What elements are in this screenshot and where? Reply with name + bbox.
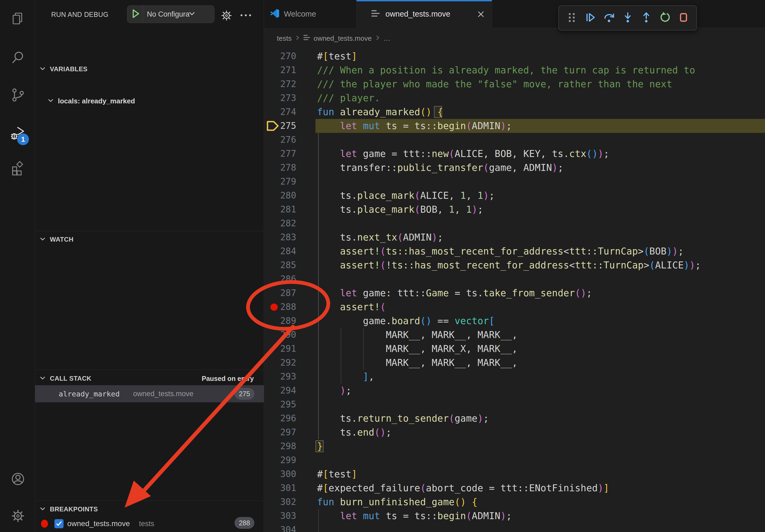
breakpoint-row[interactable]: owned_tests.move tests 288: [35, 516, 264, 531]
line-number[interactable]: 296: [264, 411, 296, 425]
code-line[interactable]: 287 let game: ttt::Game = ts.take_from_s…: [264, 286, 765, 300]
continue-button[interactable]: [583, 11, 597, 25]
line-number[interactable]: 282: [264, 216, 296, 230]
code-line[interactable]: 270#[test]: [264, 49, 765, 63]
step-out-button[interactable]: [639, 11, 653, 25]
line-number[interactable]: 301: [264, 481, 296, 495]
code-line[interactable]: 296 ts.return_to_sender(game);: [264, 411, 765, 425]
code-line[interactable]: 303 let mut ts = ts::begin(ADMIN);: [264, 509, 765, 523]
settings-button[interactable]: [10, 508, 25, 523]
line-number[interactable]: 286: [264, 272, 296, 286]
line-number[interactable]: 291: [264, 342, 296, 356]
tab-welcome[interactable]: Welcome: [264, 0, 357, 28]
section-header-watch[interactable]: WATCH: [35, 232, 264, 246]
line-number[interactable]: 287: [264, 286, 296, 300]
breakpoint-icon[interactable]: [271, 304, 278, 311]
breakpoint-checkbox[interactable]: [54, 519, 64, 528]
line-number[interactable]: 302: [264, 495, 296, 509]
line-number[interactable]: 272: [264, 77, 296, 91]
code-line[interactable]: 278 transfer::public_transfer(game, ADMI…: [264, 161, 765, 175]
line-number[interactable]: 271: [264, 63, 296, 77]
code-line[interactable]: 295: [264, 398, 765, 411]
variables-scope-row[interactable]: locals: already_marked: [35, 94, 264, 108]
section-header-breakpoints[interactable]: BREAKPOINTS: [35, 502, 264, 516]
step-over-button[interactable]: [602, 11, 616, 25]
line-number[interactable]: 300: [264, 467, 296, 481]
code-line[interactable]: 293 ],: [264, 370, 765, 384]
code-line[interactable]: 299: [264, 453, 765, 467]
code-line[interactable]: 291 MARK__, MARK_X, MARK__,: [264, 342, 765, 356]
breadcrumb-item[interactable]: …: [383, 34, 390, 43]
code-line[interactable]: 297 ts.end();: [264, 425, 765, 439]
code-line[interactable]: 294 );: [264, 384, 765, 398]
step-into-button[interactable]: [621, 11, 635, 25]
code-line[interactable]: 283 ts.next_tx(ADMIN);: [264, 230, 765, 244]
line-number[interactable]: 299: [264, 453, 296, 467]
breadcrumb-item[interactable]: tests: [277, 34, 292, 43]
code-line[interactable]: 279: [264, 175, 765, 188]
line-number[interactable]: 283: [264, 230, 296, 244]
section-header-call-stack[interactable]: CALL STACK Paused on entry: [35, 372, 264, 386]
code-line[interactable]: 289 game.board() == vector[: [264, 314, 765, 328]
line-number[interactable]: 298: [264, 439, 296, 453]
line-number[interactable]: 280: [264, 188, 296, 202]
line-number[interactable]: 285: [264, 258, 296, 272]
code-line[interactable]: 300#[test]: [264, 467, 765, 481]
code-line[interactable]: 284 assert!(ts::has_most_recent_for_addr…: [264, 244, 765, 258]
sidebar-item-extensions[interactable]: [10, 161, 25, 176]
line-number[interactable]: 289: [264, 314, 296, 328]
line-number[interactable]: 284: [264, 244, 296, 258]
code-editor[interactable]: 270#[test]271/// When a position is alre…: [264, 49, 765, 532]
line-number[interactable]: 304: [264, 523, 296, 532]
line-number[interactable]: 281: [264, 202, 296, 216]
restart-button[interactable]: [658, 11, 672, 25]
line-number[interactable]: 276: [264, 133, 296, 147]
line-number[interactable]: 295: [264, 398, 296, 411]
line-number[interactable]: 297: [264, 425, 296, 439]
toolbar-drag-handle[interactable]: [565, 11, 579, 25]
line-number[interactable]: 292: [264, 356, 296, 370]
code-line[interactable]: 285 assert!(!ts::has_most_recent_for_add…: [264, 258, 765, 272]
code-line[interactable]: 304: [264, 523, 765, 532]
line-number[interactable]: 273: [264, 91, 296, 105]
more-actions-icon[interactable]: [239, 13, 253, 19]
call-stack-frame-row[interactable]: already_marked owned_tests.move 275: [35, 385, 264, 402]
close-icon[interactable]: [477, 10, 485, 19]
line-number[interactable]: 279: [264, 175, 296, 188]
code-line[interactable]: 273/// player.: [264, 91, 765, 105]
code-line[interactable]: 282: [264, 216, 765, 230]
code-line[interactable]: 275 let mut ts = ts::begin(ADMIN);: [264, 119, 765, 133]
account-button[interactable]: [10, 471, 25, 486]
stop-button[interactable]: [677, 11, 690, 25]
sidebar-item-source-control[interactable]: [10, 88, 25, 103]
line-number[interactable]: 278: [264, 161, 296, 175]
breadcrumb-item[interactable]: owned_tests.move: [314, 34, 372, 43]
code-line[interactable]: 274fun already_marked() {: [264, 105, 765, 119]
code-line[interactable]: 280 ts.place_mark(ALICE, 1, 1);: [264, 188, 765, 202]
section-header-variables[interactable]: VARIABLES: [35, 62, 264, 76]
line-number[interactable]: 290: [264, 328, 296, 342]
line-number[interactable]: 288: [264, 300, 296, 314]
line-number[interactable]: 274: [264, 105, 296, 119]
code-line[interactable]: 277 let game = ttt::new(ALICE, BOB, KEY,…: [264, 147, 765, 161]
tab-owned-tests-move[interactable]: owned_tests.move: [357, 0, 492, 28]
sidebar-item-explorer[interactable]: [10, 11, 25, 26]
line-number[interactable]: 294: [264, 384, 296, 398]
code-line[interactable]: 288 assert!(: [264, 300, 765, 314]
code-line[interactable]: 301#[expected_failure(abort_code = ttt::…: [264, 481, 765, 495]
line-number[interactable]: 270: [264, 49, 296, 63]
code-line[interactable]: 290 MARK__, MARK__, MARK__,: [264, 328, 765, 342]
line-number[interactable]: 277: [264, 147, 296, 161]
code-line[interactable]: 276: [264, 133, 765, 147]
code-line[interactable]: 272/// the player who made the "false" m…: [264, 77, 765, 91]
debug-settings-gear-icon[interactable]: [221, 10, 232, 23]
start-debug-play-icon[interactable]: [131, 9, 140, 20]
code-line[interactable]: 298}: [264, 439, 765, 453]
code-line[interactable]: 292 MARK__, MARK__, MARK__,: [264, 356, 765, 370]
code-line[interactable]: 286: [264, 272, 765, 286]
line-number[interactable]: 303: [264, 509, 296, 523]
sidebar-item-search[interactable]: [10, 50, 25, 65]
code-line[interactable]: 281 ts.place_mark(BOB, 1, 1);: [264, 202, 765, 216]
code-line[interactable]: 302fun burn_unfinished_game() {: [264, 495, 765, 509]
code-line[interactable]: 271/// When a position is already marked…: [264, 63, 765, 77]
